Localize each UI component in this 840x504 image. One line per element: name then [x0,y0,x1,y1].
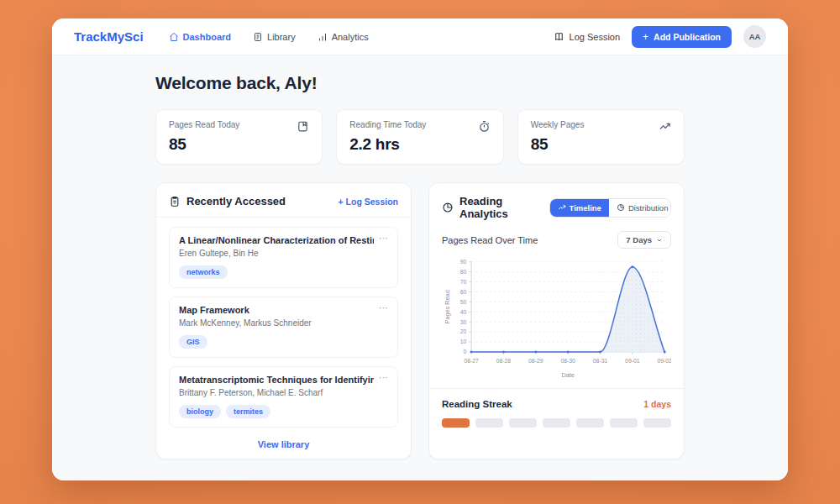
stat-value: 2.2 hrs [349,135,490,154]
stat-card-weekly-pages: Weekly Pages 85 [517,109,685,165]
item-menu-button[interactable]: ⋯ [379,305,388,311]
header-actions: Log Session + Add Publication AA [554,25,766,48]
svg-text:08-29: 08-29 [528,358,543,364]
nav-label: Dashboard [183,32,231,42]
recently-accessed-title: Recently Accessed [169,195,286,207]
view-library-link[interactable]: View library [258,439,310,449]
svg-text:09-01: 09-01 [625,358,640,364]
svg-text:80: 80 [460,269,467,275]
plus-icon: + [338,197,343,207]
tab-timeline[interactable]: Timeline [550,199,609,217]
tag-badge: GIS [179,335,207,349]
publication-title: Map Framework [179,305,374,315]
log-session-label: Log Session [570,32,621,42]
pages-read-chart: 010203040506070809008-2708-2808-2908-300… [442,252,671,385]
tag-badge: networks [179,265,228,279]
streak-segment [643,418,671,428]
svg-text:Date: Date [561,371,574,379]
stat-value: 85 [169,135,309,154]
svg-text:08-30: 08-30 [560,358,575,364]
publication-title: Metatranscriptomic Techniques for Identi… [179,375,374,385]
publication-item[interactable]: Map Framework ⋯ Mark McKenney, Markus Sc… [169,297,398,358]
nav-label: Analytics [332,32,369,42]
app-window: TrackMySci Dashboard Library Analytics [52,18,788,480]
log-session-button[interactable]: Log Session [554,31,621,42]
reading-streak-value: 1 days [643,399,671,409]
svg-text:09-02: 09-02 [657,358,671,364]
book-open-icon [554,31,564,42]
bar-chart-icon [318,32,328,42]
range-select[interactable]: 7 Days [617,231,671,249]
svg-text:20: 20 [460,328,467,334]
stats-row: Pages Read Today 85 Reading Time Today [155,109,685,165]
streak-segment [442,418,470,428]
svg-text:10: 10 [460,339,467,344]
streak-segment [475,418,503,428]
svg-text:08-28: 08-28 [496,358,512,364]
stat-label: Weekly Pages [531,120,585,129]
publication-authors: Eren Gultepe, Bin He [179,249,388,258]
add-publication-button[interactable]: + Add Publication [632,26,732,48]
divider [429,388,684,389]
recently-accessed-panel: Recently Accessed + Log Session A Linear… [155,182,412,459]
trending-up-icon [659,120,671,133]
nav-item-analytics[interactable]: Analytics [318,32,369,42]
trending-up-icon [558,203,566,212]
log-session-link[interactable]: + Log Session [338,197,398,207]
main-nav: Dashboard Library Analytics [169,32,369,42]
avatar[interactable]: AA [743,25,766,48]
reading-analytics-title: Reading Analytics [442,195,549,220]
svg-text:60: 60 [460,289,467,295]
streak-segment [509,418,537,428]
reading-streak-label: Reading Streak [442,399,512,409]
streak-segments [442,418,671,428]
publication-list: A Linear/Nonlinear Characterization of R… [169,227,398,428]
item-menu-button[interactable]: ⋯ [379,375,388,381]
streak-segment [576,418,604,428]
timer-icon [478,120,491,133]
svg-text:08-31: 08-31 [593,358,608,364]
ellipsis-icon: ⋯ [379,233,388,243]
clipboard-icon [169,196,181,207]
pie-chart-icon [617,203,625,212]
stat-card-pages-read-today: Pages Read Today 85 [155,109,323,165]
nav-label: Library [267,32,296,42]
library-icon [253,32,263,42]
svg-text:50: 50 [460,299,467,305]
app-header: TrackMySci Dashboard Library Analytics [52,18,788,55]
stat-label: Pages Read Today [169,120,239,129]
svg-text:90: 90 [460,259,467,265]
nav-item-dashboard[interactable]: Dashboard [169,32,231,42]
home-icon [169,32,179,42]
stat-card-reading-time-today: Reading Time Today 2.2 hrs [336,109,503,165]
ellipsis-icon: ⋯ [379,372,388,382]
reading-analytics-panel: Reading Analytics Timeline [428,182,685,459]
publication-item[interactable]: A Linear/Nonlinear Characterization of R… [169,227,398,288]
svg-text:30: 30 [460,319,467,325]
add-publication-label: Add Publication [654,32,721,42]
tab-distribution[interactable]: Distribution [609,199,671,217]
plus-icon: + [643,32,648,42]
publication-authors: Brittany F. Peterson, Michael E. Scharf [179,388,388,397]
item-menu-button[interactable]: ⋯ [379,235,388,241]
tag-badge: termites [226,405,270,418]
svg-text:08-27: 08-27 [464,358,479,364]
brand-logo[interactable]: TrackMySci [74,29,144,44]
dashboard-content: Welcome back, Aly! Pages Read Today 85 R… [52,55,788,480]
nav-item-library[interactable]: Library [253,32,296,42]
publication-title: A Linear/Nonlinear Characterization of R… [179,235,374,245]
page-title: Welcome back, Aly! [155,73,685,93]
svg-text:Pages Read: Pages Read [444,290,451,323]
svg-text:40: 40 [460,309,467,315]
svg-text:0: 0 [463,349,466,354]
svg-text:70: 70 [460,279,467,285]
publication-item[interactable]: Metatranscriptomic Techniques for Identi… [169,366,398,428]
streak-segment [543,418,570,428]
tag-badge: biology [179,405,221,418]
ellipsis-icon: ⋯ [379,302,388,312]
analytics-view-toggle: Timeline Distribution [549,198,671,218]
panels-row: Recently Accessed + Log Session A Linear… [155,182,685,459]
publication-authors: Mark McKenney, Markus Schneider [179,318,388,328]
stat-value: 85 [531,135,671,154]
book-icon [297,120,309,133]
